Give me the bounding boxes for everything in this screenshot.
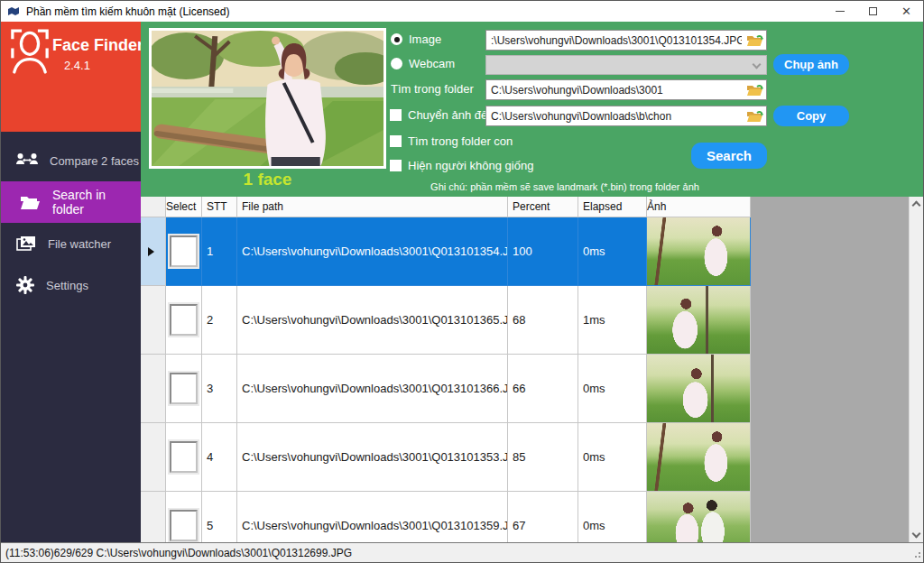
row-selector-cell[interactable] bbox=[141, 217, 166, 286]
row-photo-cell bbox=[647, 492, 751, 542]
search-button[interactable]: Search bbox=[691, 143, 767, 169]
row-percent: 85 bbox=[508, 423, 578, 492]
row-photo-cell bbox=[647, 355, 751, 423]
header-select[interactable]: Select bbox=[166, 197, 202, 217]
search-folder-value: C:\Users\vohungvi\Downloads\3001 bbox=[491, 84, 663, 97]
webcam-device-dropdown[interactable] bbox=[485, 55, 767, 75]
row-select-cell[interactable] bbox=[166, 286, 202, 355]
show-unlike-checkbox[interactable]: Hiện người không giống bbox=[390, 159, 533, 172]
row-percent: 100 bbox=[508, 217, 578, 286]
preview-photo bbox=[149, 28, 386, 169]
sidebar-item-search-in-folder[interactable]: Search in folder bbox=[1, 181, 141, 223]
row-selector-cell[interactable] bbox=[141, 423, 166, 492]
copy-button[interactable]: Copy bbox=[773, 106, 849, 126]
preview-photo-image bbox=[152, 31, 383, 166]
row-stt: 2 bbox=[202, 286, 237, 355]
move-to-checkbox[interactable]: Chuyển ảnh đến bbox=[390, 108, 494, 122]
checkbox-icon[interactable] bbox=[390, 160, 402, 171]
capture-button[interactable]: Chụp ảnh bbox=[773, 54, 849, 75]
move-to-field[interactable]: C:\Users\vohungvi\Downloads\b\chon bbox=[485, 106, 767, 126]
browse-search-folder-button[interactable] bbox=[744, 81, 765, 98]
maximize-icon bbox=[869, 7, 877, 15]
table-row[interactable]: 4 C:\Users\vohungvi\Downloads\3001\Q0131… bbox=[141, 423, 751, 492]
row-select-cell[interactable] bbox=[166, 423, 202, 492]
face-count-label: 1 face bbox=[149, 170, 386, 189]
row-select-cell[interactable] bbox=[166, 355, 202, 423]
current-row-arrow-icon bbox=[148, 247, 154, 256]
header-elapsed[interactable]: Elapsed bbox=[578, 197, 647, 217]
row-selector-cell[interactable] bbox=[141, 492, 166, 542]
vertical-scrollbar[interactable] bbox=[909, 197, 923, 542]
app-icon bbox=[7, 6, 21, 17]
header-photo[interactable]: Ảnh bbox=[647, 197, 751, 217]
row-photo-cell bbox=[647, 423, 751, 492]
row-file-path: C:\Users\vohungvi\Downloads\3001\Q013101… bbox=[237, 355, 508, 423]
header-percent[interactable]: Percent bbox=[508, 197, 578, 217]
subfolder-checkbox[interactable]: Tìm trong folder con bbox=[390, 134, 513, 148]
search-folder-field[interactable]: C:\Users\vohungvi\Downloads\3001 bbox=[485, 79, 767, 100]
resize-grip[interactable] bbox=[912, 551, 921, 560]
row-elapsed: 0ms bbox=[578, 423, 647, 492]
header-stt[interactable]: STT bbox=[202, 197, 237, 217]
row-checkbox[interactable] bbox=[170, 373, 198, 404]
row-checkbox[interactable] bbox=[170, 441, 198, 473]
row-elapsed: 0ms bbox=[578, 355, 647, 423]
sidebar-item-settings[interactable]: Settings bbox=[1, 264, 141, 306]
scroll-down-icon[interactable] bbox=[912, 530, 921, 539]
browse-move-folder-button[interactable] bbox=[744, 107, 765, 125]
sidebar-menu: Compare 2 faces Search in folder Fi bbox=[1, 132, 141, 306]
row-file-path: C:\Users\vohungvi\Downloads\3001\Q013101… bbox=[237, 286, 508, 355]
sidebar-item-file-watcher[interactable]: File watcher bbox=[1, 223, 141, 264]
row-percent: 68 bbox=[508, 286, 578, 355]
row-elapsed: 0ms bbox=[578, 492, 647, 542]
row-select-cell[interactable] bbox=[166, 217, 202, 286]
row-select-cell[interactable] bbox=[166, 492, 202, 542]
image-path-field[interactable]: :\Users\vohungvi\Downloads\3001\Q0131013… bbox=[485, 30, 767, 51]
checkbox-icon[interactable] bbox=[390, 109, 402, 121]
table-row[interactable]: 3 C:\Users\vohungvi\Downloads\3001\Q0131… bbox=[141, 355, 751, 423]
close-button[interactable]: ✕ bbox=[890, 1, 923, 22]
radio-icon[interactable] bbox=[391, 33, 402, 45]
app-version: 2.4.1 bbox=[64, 59, 90, 72]
open-folder-icon bbox=[746, 109, 763, 123]
row-checkbox[interactable] bbox=[170, 510, 198, 541]
header-file-path[interactable]: File path bbox=[237, 197, 508, 217]
row-checkbox[interactable] bbox=[170, 235, 198, 267]
row-selector-cell[interactable] bbox=[141, 355, 166, 423]
app-window: Phần mềm tìm kiếm khuôn mặt (Licensed) ✕… bbox=[0, 0, 924, 563]
row-thumbnail bbox=[647, 423, 750, 492]
maximize-button[interactable] bbox=[856, 1, 890, 22]
row-thumbnail bbox=[647, 217, 750, 286]
image-radio[interactable]: Image bbox=[391, 32, 441, 46]
sidebar: Face Finder 2.4.1 Compare 2 faces bbox=[1, 22, 141, 542]
radio-icon[interactable] bbox=[391, 58, 402, 69]
show-unlike-label: Hiện người không giống bbox=[408, 159, 533, 172]
webcam-radio[interactable]: Webcam bbox=[391, 57, 455, 70]
row-stt: 1 bbox=[202, 217, 237, 286]
table-row[interactable]: 1 C:\Users\vohungvi\Downloads\3001\Q0131… bbox=[141, 217, 751, 286]
row-checkbox[interactable] bbox=[170, 304, 198, 336]
header-corner-cell[interactable] bbox=[141, 197, 166, 217]
sidebar-item-label: Search in folder bbox=[52, 188, 141, 217]
search-panel: 1 face Image :\Users\vohungvi\Downloads\… bbox=[141, 22, 923, 197]
row-stt: 5 bbox=[202, 492, 237, 542]
row-photo-cell bbox=[647, 217, 751, 286]
open-folder-icon bbox=[746, 83, 763, 97]
sidebar-item-label: File watcher bbox=[48, 237, 111, 251]
folder-search-icon bbox=[20, 195, 41, 210]
sidebar-item-compare-2-faces[interactable]: Compare 2 faces bbox=[1, 140, 141, 181]
table-row[interactable]: 2 C:\Users\vohungvi\Downloads\3001\Q0131… bbox=[141, 286, 751, 355]
browse-image-button[interactable] bbox=[744, 32, 765, 49]
row-elapsed: 0ms bbox=[578, 217, 647, 286]
row-file-path: C:\Users\vohungvi\Downloads\3001\Q013101… bbox=[237, 423, 508, 492]
scroll-up-icon[interactable] bbox=[912, 201, 921, 210]
row-selector-cell[interactable] bbox=[141, 286, 166, 355]
table-row[interactable]: 5 C:\Users\vohungvi\Downloads\3001\Q0131… bbox=[141, 492, 751, 542]
minimize-button[interactable] bbox=[823, 1, 856, 22]
chevron-down-icon bbox=[753, 60, 762, 69]
table-body: 1 C:\Users\vohungvi\Downloads\3001\Q0131… bbox=[141, 217, 751, 542]
checkbox-icon[interactable] bbox=[390, 135, 402, 147]
sidebar-item-label: Compare 2 faces bbox=[50, 154, 139, 168]
table-header-row: Select STT File path Percent Elapsed Ảnh bbox=[141, 197, 751, 217]
image-radio-label: Image bbox=[409, 32, 441, 46]
